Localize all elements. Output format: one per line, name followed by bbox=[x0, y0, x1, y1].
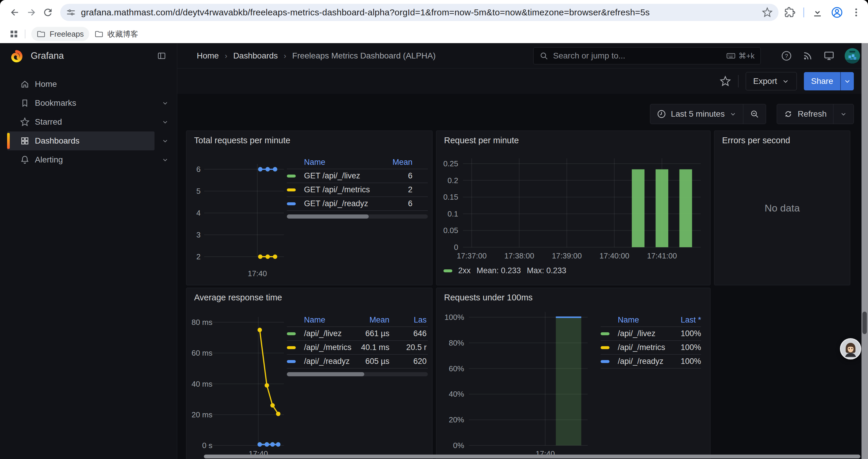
legend-column-last[interactable]: Last * bbox=[669, 316, 701, 325]
page-scrollbar-horizontal[interactable] bbox=[204, 455, 860, 458]
chevron-down-icon[interactable] bbox=[162, 137, 169, 144]
legend-row[interactable]: GET /api/_/livez6 bbox=[287, 169, 428, 183]
page-scrollbar-vertical[interactable] bbox=[862, 43, 868, 459]
sidebar-item-home[interactable]: Home bbox=[0, 75, 177, 94]
search-input[interactable]: Search or jump to... ⌘+k bbox=[533, 47, 761, 64]
scrollbar-thumb[interactable] bbox=[862, 312, 867, 334]
legend-scrollbar-thumb[interactable] bbox=[287, 215, 369, 219]
series-name[interactable]: /api/_/readyz bbox=[304, 357, 357, 366]
extensions-icon[interactable] bbox=[784, 7, 796, 18]
url-bar[interactable]: grafana.mathmast.com/d/deytv4rwavabkb/fr… bbox=[60, 4, 778, 21]
series-swatch[interactable] bbox=[287, 346, 296, 349]
reload-button[interactable] bbox=[39, 4, 56, 21]
sidebar-item-starred[interactable]: Starred bbox=[0, 112, 177, 131]
legend-row[interactable]: /api/_/readyz605 µs620 bbox=[287, 355, 428, 369]
legend-column-mean[interactable]: Mean bbox=[357, 316, 390, 325]
export-button[interactable]: Export bbox=[746, 72, 797, 90]
floating-assistant-avatar[interactable] bbox=[840, 338, 861, 359]
series-name[interactable]: /api/_/metrics bbox=[304, 343, 357, 352]
chevron-down-icon[interactable] bbox=[162, 156, 169, 163]
series-name[interactable]: GET /api/_/metrics bbox=[304, 185, 383, 194]
legend-column-las[interactable]: Las bbox=[390, 316, 428, 325]
legend-column-name[interactable]: Name bbox=[287, 158, 383, 167]
series-name[interactable]: GET /api/_/readyz bbox=[304, 199, 383, 208]
chevron-down-icon[interactable] bbox=[162, 119, 169, 126]
site-settings-icon[interactable] bbox=[66, 8, 75, 17]
legend-column-name[interactable]: Name bbox=[601, 316, 669, 325]
time-range-picker[interactable]: Last 5 minutes bbox=[650, 104, 743, 124]
help-button[interactable]: ? bbox=[780, 50, 793, 62]
percent-bar-chart[interactable]: 100%80%60%40%20%0%17:40NameLast */api/_/… bbox=[436, 288, 710, 459]
zoom-out-icon bbox=[750, 109, 759, 119]
series-swatch[interactable] bbox=[601, 346, 610, 349]
series-name[interactable]: /api/_/livez bbox=[618, 329, 669, 338]
sidebar-item-alerting[interactable]: Alerting bbox=[0, 150, 177, 169]
back-button[interactable] bbox=[6, 4, 23, 21]
topnav-icons: ? bbox=[780, 43, 860, 68]
refresh-interval-button[interactable] bbox=[833, 104, 854, 124]
grafana-logo-icon[interactable] bbox=[9, 49, 23, 63]
apps-grid-icon[interactable] bbox=[9, 29, 19, 39]
series-swatch[interactable] bbox=[287, 360, 296, 363]
share-menu-button[interactable] bbox=[840, 72, 854, 90]
timeseries-chart[interactable]: 80 ms60 ms40 ms20 ms0 s17:40NameMeanLas/… bbox=[186, 288, 432, 459]
series-swatch[interactable] bbox=[287, 174, 296, 177]
legend-row[interactable]: /api/_/livez661 µs646 bbox=[287, 327, 428, 341]
panel-title[interactable]: Errors per second bbox=[722, 136, 790, 145]
panel-title[interactable]: Request per minute bbox=[444, 136, 519, 145]
legend-column-name[interactable]: Name bbox=[287, 316, 357, 325]
series-swatch[interactable] bbox=[443, 269, 452, 272]
series-swatch[interactable] bbox=[287, 189, 296, 191]
legend-row[interactable]: /api/_/readyz100% bbox=[601, 355, 701, 369]
series-swatch[interactable] bbox=[287, 332, 296, 335]
panel-title[interactable]: Total requests per minute bbox=[194, 136, 290, 145]
series-name[interactable]: GET /api/_/livez bbox=[304, 171, 383, 181]
news-button[interactable] bbox=[802, 50, 814, 62]
bookmark-folder-freeleaps[interactable]: Freeleaps bbox=[31, 27, 89, 41]
share-button[interactable]: Share bbox=[804, 72, 840, 90]
legend-row[interactable]: /api/_/metrics40.1 ms20.5 r bbox=[287, 341, 428, 355]
menu-kebab-icon[interactable] bbox=[851, 7, 862, 18]
panel-title[interactable]: Requests under 100ms bbox=[444, 293, 533, 302]
series-name[interactable]: /api/_/readyz bbox=[618, 357, 669, 366]
legend-row[interactable]: /api/_/metrics100% bbox=[601, 341, 701, 355]
bar-chart[interactable]: 0.250.20.150.10.05017:37:0017:38:0017:39… bbox=[436, 131, 710, 285]
series-swatch[interactable] bbox=[287, 202, 296, 205]
bookmark-star-icon[interactable] bbox=[762, 7, 773, 18]
zoom-out-button[interactable] bbox=[743, 104, 766, 124]
bookmark-folder-blogs[interactable]: 收藏博客 bbox=[89, 27, 144, 41]
series-name[interactable]: /api/_/metrics bbox=[618, 343, 669, 352]
sidebar-collapse-button[interactable] bbox=[155, 49, 168, 62]
legend-column-mean[interactable]: Mean bbox=[383, 158, 428, 167]
panel-title[interactable]: Average response time bbox=[194, 293, 282, 302]
legend-row[interactable]: /api/_/livez100% bbox=[601, 327, 701, 341]
url-text[interactable]: grafana.mathmast.com/d/deytv4rwavabkb/fr… bbox=[81, 7, 762, 18]
sidebar-item-dashboards[interactable]: Dashboards bbox=[0, 131, 177, 150]
sidebar-item-bookmarks[interactable]: Bookmarks bbox=[0, 94, 177, 112]
favorite-dashboard-star-icon[interactable] bbox=[720, 76, 731, 87]
breadcrumb-dashboards[interactable]: Dashboards bbox=[233, 51, 278, 61]
downloads-icon[interactable] bbox=[812, 7, 823, 18]
series-name[interactable]: 2xx bbox=[458, 266, 471, 275]
legend-scrollbar[interactable] bbox=[287, 215, 428, 219]
legend-scrollbar[interactable] bbox=[287, 372, 428, 376]
series-swatch[interactable] bbox=[601, 332, 610, 335]
legend-row[interactable]: GET /api/_/metrics2 bbox=[287, 183, 428, 197]
timeseries-chart[interactable]: 6543217:40NameMeanGET /api/_/livez6GET /… bbox=[186, 131, 432, 285]
chevron-down-icon[interactable] bbox=[162, 100, 169, 107]
series-name[interactable]: /api/_/livez bbox=[304, 329, 357, 338]
user-avatar[interactable] bbox=[844, 48, 860, 64]
series-swatch[interactable] bbox=[601, 360, 610, 363]
home-icon bbox=[20, 79, 30, 89]
forward-button[interactable] bbox=[23, 4, 39, 21]
legend-row[interactable]: GET /api/_/readyz6 bbox=[287, 197, 428, 211]
legend-scrollbar-thumb[interactable] bbox=[287, 372, 364, 376]
kiosk-mode-button[interactable] bbox=[823, 50, 835, 62]
chevron-down-icon bbox=[730, 110, 737, 118]
refresh-button[interactable]: Refresh bbox=[777, 104, 833, 124]
active-indicator bbox=[7, 133, 10, 149]
breadcrumb-home[interactable]: Home bbox=[197, 51, 219, 61]
grafana-brand[interactable]: Grafana bbox=[31, 51, 64, 61]
profile-avatar-icon[interactable] bbox=[831, 6, 843, 19]
no-data-panel[interactable]: No data bbox=[714, 131, 850, 285]
